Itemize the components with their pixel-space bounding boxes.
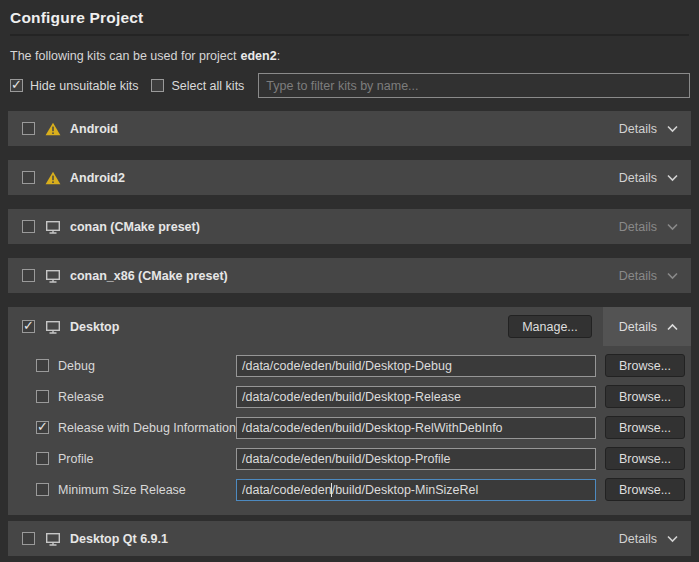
checkbox-box	[151, 79, 164, 92]
chevron-down-icon	[666, 174, 679, 182]
chevron-down-icon	[666, 125, 679, 133]
details-label: Details	[619, 171, 657, 185]
kit-row-conan: conan (CMake preset) Details	[8, 209, 691, 244]
kit-checkbox[interactable]: ✓	[22, 320, 35, 333]
warning-icon	[45, 171, 61, 185]
checkmark-icon: ✓	[11, 78, 22, 91]
kit-filter-input[interactable]	[258, 73, 690, 98]
kit-checkbox[interactable]	[22, 269, 35, 282]
build-config-label: Release with Debug Information	[58, 421, 236, 435]
build-config-row-debug: Debug Browse...	[8, 350, 691, 381]
build-dir-input[interactable]	[236, 355, 596, 377]
checkbox-label: Hide unsuitable kits	[30, 79, 138, 93]
build-config-checkbox[interactable]	[36, 390, 49, 403]
kit-name: conan (CMake preset)	[70, 220, 200, 234]
browse-button[interactable]: Browse...	[605, 478, 685, 501]
build-dir-input[interactable]	[236, 386, 596, 408]
desktop-icon	[45, 320, 61, 334]
build-dir-input[interactable]	[236, 417, 596, 439]
warning-icon	[45, 122, 61, 136]
text-caret	[331, 483, 332, 497]
desktop-icon	[45, 220, 61, 234]
build-dir-input-focused[interactable]	[236, 479, 596, 501]
chevron-down-icon	[666, 223, 679, 231]
kit-row-conan-x86: conan_x86 (CMake preset) Details	[8, 258, 691, 293]
page-header: Configure Project	[0, 0, 699, 36]
details-button[interactable]: Details	[619, 122, 679, 136]
kit-row-android2: Android2 Details	[8, 160, 691, 195]
desktop-kit-header: ✓ Desktop Manage... Details	[8, 307, 691, 346]
header-divider	[10, 34, 689, 36]
desktop-icon	[45, 269, 61, 283]
details-button[interactable]: Details	[619, 532, 679, 546]
details-label: Details	[619, 220, 657, 234]
hide-unsuitable-kits-checkbox[interactable]: ✓ Hide unsuitable kits	[10, 79, 138, 93]
build-config-row-release: Release Browse...	[8, 381, 691, 412]
build-config-checkbox[interactable]	[36, 483, 49, 496]
kit-name: Desktop Qt 6.9.1	[70, 532, 168, 546]
kits-subtitle: The following kits can be used for proje…	[10, 49, 689, 63]
kit-row-desktop-expanded: ✓ Desktop Manage... Details Debug Browse…	[8, 307, 691, 515]
kit-name: Desktop	[70, 320, 119, 334]
kit-checkbox[interactable]	[22, 171, 35, 184]
details-label: Details	[619, 320, 657, 334]
browse-button[interactable]: Browse...	[605, 354, 685, 377]
build-config-label: Release	[58, 390, 236, 404]
build-config-checkbox[interactable]	[36, 452, 49, 465]
details-label: Details	[619, 122, 657, 136]
build-config-checkbox[interactable]: ✓	[36, 421, 49, 434]
details-button-expanded[interactable]: Details	[603, 307, 691, 346]
chevron-down-icon	[666, 272, 679, 280]
details-button: Details	[619, 220, 679, 234]
project-name: eden2	[241, 49, 277, 63]
kit-name: conan_x86 (CMake preset)	[70, 269, 228, 283]
kit-name: Android	[70, 122, 118, 136]
select-all-kits-checkbox[interactable]: Select all kits	[151, 79, 244, 93]
manage-kits-button[interactable]: Manage...	[508, 315, 592, 338]
kit-checkbox[interactable]	[22, 220, 35, 233]
checkbox-label: Select all kits	[171, 79, 244, 93]
kit-row-desktop-qt: Desktop Qt 6.9.1 Details	[8, 521, 691, 556]
build-config-checkbox[interactable]	[36, 359, 49, 372]
details-button: Details	[619, 269, 679, 283]
details-button[interactable]: Details	[619, 171, 679, 185]
browse-button[interactable]: Browse...	[605, 447, 685, 470]
kit-row-android: Android Details	[8, 111, 691, 146]
desktop-icon	[45, 532, 61, 546]
browse-button[interactable]: Browse...	[605, 416, 685, 439]
details-label: Details	[619, 532, 657, 546]
chevron-up-icon	[666, 320, 679, 334]
kit-checkbox[interactable]	[22, 532, 35, 545]
details-label: Details	[619, 269, 657, 283]
build-dir-input[interactable]	[236, 448, 596, 470]
kit-list: Android Details Android2 Details conan (…	[8, 111, 691, 556]
checkmark-icon: ✓	[37, 420, 48, 433]
build-config-list: Debug Browse... Release Browse... ✓ Rele…	[8, 346, 691, 505]
build-config-label: Debug	[58, 359, 236, 373]
checkmark-icon: ✓	[23, 319, 34, 332]
subtitle-colon: :	[277, 49, 280, 63]
kit-name: Android2	[70, 171, 125, 185]
chevron-down-icon	[666, 535, 679, 543]
build-config-row-profile: Profile Browse...	[8, 443, 691, 474]
browse-button[interactable]: Browse...	[605, 385, 685, 408]
checkbox-box: ✓	[10, 79, 23, 92]
subtitle-text: The following kits can be used for proje…	[10, 49, 237, 63]
build-config-row-minsizerel: Minimum Size Release Browse...	[8, 474, 691, 505]
kit-checkbox[interactable]	[22, 122, 35, 135]
page-title: Configure Project	[10, 9, 689, 27]
build-config-row-relwithdebinfo: ✓ Release with Debug Information Browse.…	[8, 412, 691, 443]
kit-filter-controls: ✓ Hide unsuitable kits Select all kits	[10, 73, 690, 98]
build-config-label: Profile	[58, 452, 236, 466]
build-config-label: Minimum Size Release	[58, 483, 236, 497]
